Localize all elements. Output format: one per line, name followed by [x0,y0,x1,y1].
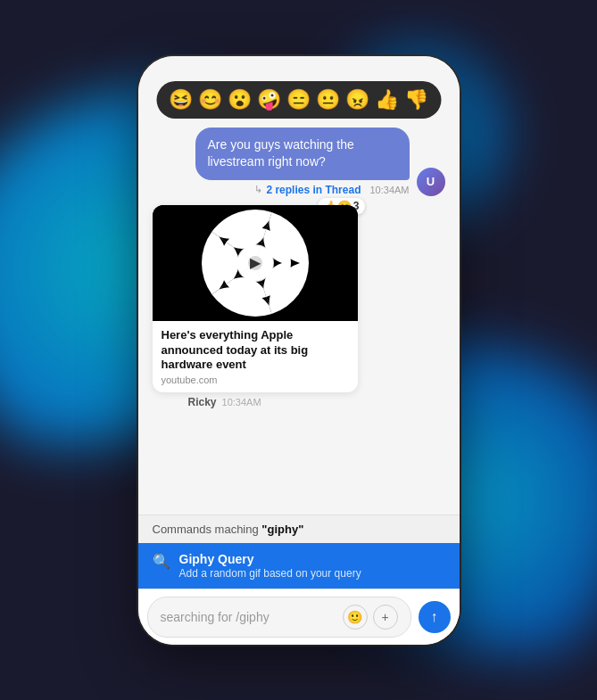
emoji-smile[interactable]: 😊 [198,88,222,111]
thread-reply-row: ↳ 2 replies in Thread 10:34AM [254,184,409,196]
incoming-sender-row: 👍😊 3 [153,205,358,393]
message-outgoing: Are you guys watching the livestream rig… [153,128,445,196]
phone-shell: 😆 😊 😮 🤪 😑 😐 😠 👍 👎 Are you guys watching … [138,56,460,645]
send-button[interactable]: ↑ [419,601,451,633]
send-arrow-icon: ↑ [431,609,438,625]
media-title: Here's everything Apple announced today … [162,328,349,374]
media-info: Here's everything Apple announced today … [153,321,358,393]
commands-query: "giphy" [261,523,303,536]
suggestion-title: Giphy Query [179,552,361,566]
avatar-image: U [417,168,445,196]
emoji-thumbsup[interactable]: 👍 [375,88,399,111]
message-input-wrapper[interactable]: searching for /giphy 🙂 + [147,597,411,638]
sender-name-time-row: Ricky 10:34AM [188,396,261,408]
emoji-angry[interactable]: 😠 [345,88,369,111]
media-card-wrapper: 👍😊 3 [153,205,358,393]
plus-icon: + [381,610,388,624]
media-thumbnail: ▶ [153,205,358,321]
emoji-laugh[interactable]: 😆 [169,88,193,111]
commands-label: Commands maching [153,523,259,536]
chat-area: Are you guys watching the livestream rig… [138,56,460,515]
emoji-reaction-bar[interactable]: 😆 😊 😮 🤪 😑 😐 😠 👍 👎 [156,81,441,119]
message-text: Are you guys watching the livestream rig… [208,137,354,169]
media-card[interactable]: ▶ Here's everything Apple announced toda… [153,205,358,393]
add-attachment-button[interactable]: + [373,605,398,630]
emoji-expressionless[interactable]: 😑 [286,88,311,111]
thread-reply-link[interactable]: 2 replies in Thread [266,184,361,196]
suggestion-description: Add a random gif based on your query [179,567,361,580]
emoji-silly[interactable]: 🤪 [257,88,281,111]
play-button[interactable]: ▶ [236,244,274,282]
emoji-face-icon: 🙂 [347,610,362,624]
emoji-picker-button[interactable]: 🙂 [343,605,368,630]
suggestion-item[interactable]: 🔍 Giphy Query Add a random gif based on … [138,543,460,589]
reply-arrow-icon: ↳ [254,184,262,195]
outgoing-avatar-row: Are you guys watching the livestream rig… [195,128,445,196]
sender-time: 10:34AM [222,397,261,408]
message-incoming: 👍😊 3 [153,205,445,409]
input-placeholder-text: searching for /giphy [161,610,269,624]
commands-section: Commands maching "giphy" [138,515,460,543]
emoji-thumbsdown[interactable]: 👎 [404,88,428,111]
message-bubble-outgoing: Are you guys watching the livestream rig… [195,128,410,180]
media-source: youtube.com [162,375,349,385]
sender-name: Ricky [188,396,217,408]
suggestion-text: Giphy Query Add a random gif based on yo… [179,552,361,580]
emoji-wow[interactable]: 😮 [228,88,252,111]
search-icon: 🔍 [153,553,170,570]
emoji-neutral[interactable]: 😐 [316,88,340,111]
input-bar: searching for /giphy 🙂 + ↑ [138,589,460,645]
input-icon-group: 🙂 + [343,605,398,630]
message-time: 10:34AM [369,185,409,195]
outgoing-avatar: U [417,168,445,196]
